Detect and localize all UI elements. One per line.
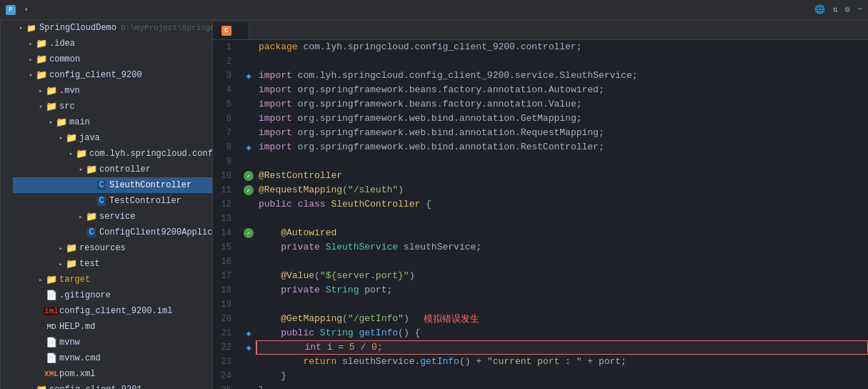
- split-icon[interactable]: ⇅: [832, 4, 837, 15]
- code-line-10: @RestController: [256, 169, 868, 183]
- sidebar-item-HELP[interactable]: MD HELP.md: [13, 319, 212, 335]
- arrow-java: [56, 133, 66, 143]
- sidebar-item-idea[interactable]: 📁 .idea: [13, 36, 212, 51]
- code-lines: package com.lyh.springcloud.config_clien…: [256, 40, 868, 389]
- gutter-cell-5: [241, 97, 256, 112]
- line-num-19: 19: [213, 297, 236, 312]
- gutter-cell-4: [241, 83, 256, 97]
- icon-config_iml: iml: [46, 305, 57, 317]
- sidebar-item-SleuthController[interactable]: C SleuthController: [13, 177, 212, 193]
- globe-icon[interactable]: 🌐: [814, 4, 825, 15]
- line-num-21: 21: [213, 326, 236, 340]
- code-line-24: }: [256, 369, 868, 383]
- sidebar-item-main[interactable]: 📁 main: [13, 114, 212, 130]
- gutter-cell-23: [241, 355, 256, 369]
- minimize-icon[interactable]: −: [857, 4, 862, 15]
- sidebar-item-common[interactable]: 📁 common: [13, 51, 212, 67]
- sidebar-item-target[interactable]: 📁 target: [13, 272, 212, 287]
- arrow-com_lyh: [66, 149, 76, 159]
- sidebar-item-controller[interactable]: 📁 controller: [13, 162, 212, 177]
- sidebar-item-service[interactable]: 📁 service: [13, 209, 212, 225]
- sidebar-item-test[interactable]: 📁 test: [13, 256, 212, 272]
- code-line-20: @GetMapping("/getInfo")模拟错误发生: [256, 312, 868, 326]
- icon-config_client_9201: 📁: [36, 384, 47, 389]
- label-SleuthController: SleuthController: [109, 180, 191, 190]
- code-line-21: public String getInfo() {: [256, 326, 868, 340]
- code-line-13: [256, 212, 868, 226]
- sidebar-item-TestController[interactable]: C TestController: [13, 193, 212, 209]
- gutter-green-icon: ✓: [244, 185, 254, 195]
- gutter-cell-1: [241, 40, 256, 54]
- sidebar-item-config_client_9200[interactable]: 📁 config_client_9200: [13, 67, 212, 83]
- gutter-bookmark-icon: ◈: [246, 328, 251, 339]
- sidebar-item-gitignore[interactable]: 📄 .gitignore: [13, 287, 212, 303]
- gutter-cell-16: [241, 255, 256, 269]
- arrow-idea: [26, 39, 36, 49]
- code-container[interactable]: 1234567891011121314151617181920212223242…: [213, 40, 868, 389]
- root-label: SpringCloudDemo: [39, 23, 116, 33]
- sidebar-item-pom[interactable]: XML pom.xml: [13, 366, 212, 382]
- gutter-cell-3: ◈: [241, 69, 256, 83]
- sidebar-item-java[interactable]: 📁 java: [13, 130, 212, 146]
- line-num-24: 24: [213, 369, 236, 383]
- code-line-14: @Autowired: [256, 226, 868, 240]
- sidebar[interactable]: 📁 SpringCloudDemo D:\myProject\SpringClo…: [13, 20, 213, 389]
- label-resources: resources: [79, 243, 126, 253]
- code-line-5: import org.springframework.beans.factory…: [256, 97, 868, 112]
- sidebar-item-ConfigClient9200Application[interactable]: C ConfigClient9200Application: [13, 225, 212, 240]
- label-TestController: TestController: [109, 196, 181, 206]
- gutter-cell-12: [241, 197, 256, 212]
- line-numbers: 1234567891011121314151617181920212223242…: [213, 40, 241, 389]
- tab-bar: C: [213, 20, 868, 40]
- label-ConfigClient9200Application: ConfigClient9200Application: [99, 227, 213, 237]
- gutter-cell-7: [241, 126, 256, 140]
- line-num-11: 11: [213, 183, 236, 197]
- tab-sleuth-controller[interactable]: C: [213, 21, 249, 39]
- line-num-1: 1: [213, 40, 236, 54]
- sidebar-item-mvn[interactable]: 📁 .mvn: [13, 83, 212, 99]
- dropdown-arrow-icon[interactable]: ▾: [24, 6, 28, 14]
- sidebar-item-com_lyh[interactable]: 📁 com.lyh.springcloud.config_client_9200: [13, 146, 212, 162]
- arrow-main: [46, 117, 56, 127]
- gutter-bookmark-icon: ◈: [246, 142, 251, 153]
- line-num-12: 12: [213, 197, 236, 212]
- label-java: java: [79, 133, 100, 143]
- gutter-bookmark-icon: ◈: [246, 71, 251, 82]
- arrow-resources: [56, 243, 66, 253]
- label-controller: controller: [99, 164, 151, 174]
- sidebar-item-config_iml[interactable]: iml config_client_9200.iml: [13, 303, 212, 319]
- gutter-cell-13: [241, 212, 256, 226]
- label-idea: .idea: [49, 39, 75, 49]
- icon-src: 📁: [46, 101, 57, 112]
- gutter-cell-11: ✓: [241, 183, 256, 197]
- code-line-15: private SleuthService sleuthService;: [256, 240, 868, 255]
- java-file-icon: C: [221, 26, 231, 36]
- line-num-23: 23: [213, 355, 236, 369]
- line-num-4: 4: [213, 83, 236, 97]
- code-line-11: @RequestMapping("/sleuth"): [256, 183, 868, 197]
- editor-area: C 12345678910111213141516171819202122232…: [213, 20, 868, 389]
- gutter-cell-25: [241, 383, 256, 389]
- root-folder-icon: 📁: [26, 22, 37, 34]
- sidebar-item-mvnw_cmd[interactable]: 📄 mvnw.cmd: [13, 350, 212, 366]
- sidebar-root[interactable]: 📁 SpringCloudDemo D:\myProject\SpringClo…: [13, 20, 212, 36]
- sidebar-item-src[interactable]: 📁 src: [13, 99, 212, 114]
- code-line-9: [256, 154, 868, 169]
- sidebar-item-resources[interactable]: 📁 resources: [13, 240, 212, 256]
- gutter-cell-9: [241, 154, 256, 169]
- project-icon: P: [6, 5, 16, 15]
- sidebar-item-config_client_9201[interactable]: 📁 config_client_9201: [13, 382, 212, 389]
- sidebar-item-mvnw[interactable]: 📄 mvnw: [13, 335, 212, 350]
- icon-com_lyh: 📁: [76, 148, 87, 159]
- root-path: D:\myProject\SpringCloudDemo: [121, 24, 213, 32]
- icon-TestController: C: [96, 195, 107, 207]
- icon-common: 📁: [36, 54, 47, 65]
- icon-config_client_9200: 📁: [36, 69, 47, 81]
- icon-service: 📁: [86, 211, 97, 222]
- gutter-green-icon: ✓: [244, 171, 254, 181]
- icon-mvnw_cmd: 📄: [46, 353, 57, 364]
- code-line-6: import org.springframework.web.bind.anno…: [256, 112, 868, 126]
- gear-icon[interactable]: ⚙: [845, 4, 850, 15]
- gutter-cell-14: ✓: [241, 226, 256, 240]
- code-line-1: package com.lyh.springcloud.config_clien…: [256, 40, 868, 54]
